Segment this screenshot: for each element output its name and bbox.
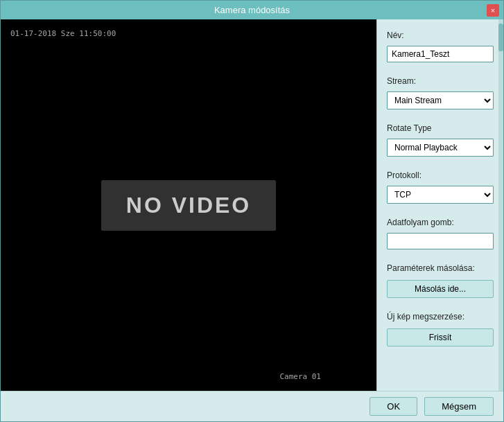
protokoll-label: Protokoll: xyxy=(387,170,494,180)
scrollbar-track[interactable] xyxy=(498,19,503,391)
ok-button[interactable]: OK xyxy=(370,397,417,416)
rotate-select[interactable]: Normal Playback Flip Horizontal Flip Ver… xyxy=(387,139,494,157)
nev-label: Név: xyxy=(387,30,494,40)
nev-input[interactable] xyxy=(387,46,494,62)
copy-button[interactable]: Másolás ide... xyxy=(387,280,494,298)
no-video-box: NO VIDEO xyxy=(101,180,276,231)
close-button[interactable]: × xyxy=(487,4,499,17)
dialog-body: 01-17-2018 Sze 11:50:00 NO VIDEO Camera … xyxy=(1,19,503,391)
form-panel: Név: Stream: Main Stream Sub Stream Rota… xyxy=(376,19,503,391)
stream-select[interactable]: Main Stream Sub Stream xyxy=(387,91,494,109)
rotate-label: Rotate Type xyxy=(387,123,494,133)
refresh-button[interactable]: Frissít xyxy=(387,328,494,346)
scrollbar-thumb[interactable] xyxy=(498,24,503,51)
adatfolyam-label: Adatfolyam gomb: xyxy=(387,218,494,227)
dialog-title: Kamera módosítás xyxy=(214,5,290,15)
dialog-footer: OK Mégsem xyxy=(1,391,503,421)
cancel-button[interactable]: Mégsem xyxy=(424,397,494,416)
new-image-label: Új kép megszerzése: xyxy=(387,312,494,322)
protokoll-select[interactable]: TCP UDP RTP xyxy=(387,186,494,204)
parameters-label: Paraméterek másolása: xyxy=(387,263,494,273)
dialog-window: Kamera módosítás × 01-17-2018 Sze 11:50:… xyxy=(0,0,504,422)
stream-label: Stream: xyxy=(387,76,494,86)
camera-label: Camera 01 xyxy=(279,372,321,381)
adatfolyam-input[interactable] xyxy=(387,233,494,249)
video-panel: 01-17-2018 Sze 11:50:00 NO VIDEO Camera … xyxy=(1,19,376,391)
video-timestamp: 01-17-2018 Sze 11:50:00 xyxy=(10,29,116,38)
title-bar: Kamera módosítás × xyxy=(1,1,503,19)
no-video-text: NO VIDEO xyxy=(126,193,251,218)
